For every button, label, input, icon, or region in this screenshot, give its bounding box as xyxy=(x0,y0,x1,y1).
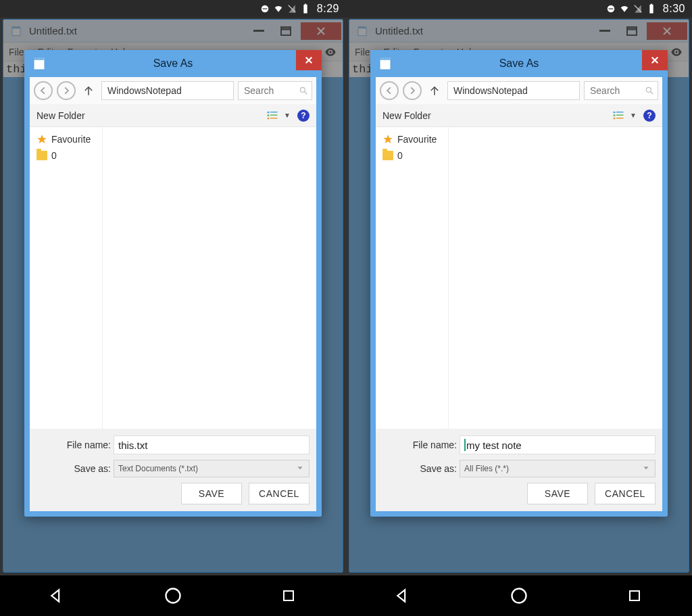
sidebar-item[interactable]: Favourite xyxy=(32,131,99,147)
filename-value: this.txt xyxy=(118,440,147,451)
svg-rect-72 xyxy=(614,114,616,116)
svg-rect-59 xyxy=(380,59,391,70)
saveas-select[interactable]: All Files (*.*) xyxy=(460,460,656,477)
svg-rect-32 xyxy=(268,118,270,119)
battery-icon xyxy=(647,4,656,14)
nav-back-icon[interactable] xyxy=(45,584,70,608)
nav-back-button[interactable] xyxy=(34,81,53,100)
view-dropdown-icon[interactable]: ▼ xyxy=(630,112,637,119)
saveas-value: Text Documents (*.txt) xyxy=(118,464,198,473)
new-folder-button[interactable]: New Folder xyxy=(36,110,85,121)
minimize-button[interactable] xyxy=(593,23,617,39)
svg-rect-5 xyxy=(12,27,20,35)
svg-point-58 xyxy=(675,51,677,53)
svg-point-80 xyxy=(512,589,526,603)
menu-item[interactable]: File xyxy=(9,47,24,57)
save-button[interactable]: SAVE xyxy=(181,483,242,504)
saveas-label: Save as: xyxy=(74,463,111,474)
dialog-close-button[interactable] xyxy=(296,50,322,70)
maximize-button[interactable] xyxy=(620,23,644,39)
nav-forward-button[interactable] xyxy=(57,81,76,100)
window-close-button[interactable] xyxy=(301,22,341,40)
svg-point-69 xyxy=(646,87,651,92)
wifi-icon xyxy=(274,4,283,14)
path-input[interactable] xyxy=(447,81,580,100)
svg-line-29 xyxy=(305,92,307,95)
menu-item[interactable]: File xyxy=(355,47,370,57)
svg-rect-19 xyxy=(34,57,45,60)
maximize-button[interactable] xyxy=(274,23,298,39)
svg-marker-36 xyxy=(37,135,46,143)
svg-line-70 xyxy=(651,92,653,95)
window-close-button[interactable] xyxy=(647,22,687,40)
svg-marker-77 xyxy=(383,135,392,143)
dialog-titlebar: Save As xyxy=(24,50,322,77)
path-input[interactable] xyxy=(101,81,234,100)
file-list-area[interactable] xyxy=(103,127,316,429)
nav-up-button[interactable] xyxy=(426,82,443,99)
nav-back-icon[interactable] xyxy=(391,584,416,608)
window-title: Untitled.txt xyxy=(29,25,77,37)
nav-forward-button[interactable] xyxy=(403,81,422,100)
status-bar: 8:29 xyxy=(0,0,346,18)
svg-rect-71 xyxy=(614,112,616,113)
preview-eye-icon[interactable] xyxy=(324,45,337,59)
sidebar-item-label: 0 xyxy=(51,150,57,161)
folder-icon xyxy=(36,151,47,160)
sidebar-item-label: Favourite xyxy=(51,134,91,145)
dialog-sidebar: Favourite0 xyxy=(30,127,103,429)
help-icon[interactable]: ? xyxy=(297,110,310,122)
sidebar-item[interactable]: 0 xyxy=(378,147,445,164)
nav-recent-icon[interactable] xyxy=(622,584,647,608)
filename-input[interactable]: this.txt xyxy=(114,435,310,454)
save-as-dialog: Save As New Folder ▼ ? xyxy=(24,50,322,517)
dialog-content: Favourite0 xyxy=(30,127,316,429)
view-options-icon[interactable] xyxy=(266,110,278,122)
window-titlebar: Untitled.txt xyxy=(349,20,689,43)
svg-rect-45 xyxy=(651,4,653,5)
dialog-toolbar: New Folder ▼ ? xyxy=(30,104,316,127)
sidebar-item[interactable]: 0 xyxy=(32,147,99,164)
no-sim-icon xyxy=(633,4,643,14)
star-icon xyxy=(36,134,47,145)
help-icon[interactable]: ? xyxy=(643,110,656,122)
dialog-titlebar: Save As xyxy=(370,50,668,77)
nav-back-button[interactable] xyxy=(380,81,399,100)
preview-eye-icon[interactable] xyxy=(670,45,683,59)
filename-input[interactable]: my test note xyxy=(460,435,656,454)
sidebar-item[interactable]: Favourite xyxy=(378,131,445,147)
search-icon xyxy=(645,86,654,95)
new-folder-button[interactable]: New Folder xyxy=(382,110,431,121)
svg-rect-44 xyxy=(649,5,653,14)
notepad-icon xyxy=(31,55,47,72)
saveas-label: Save as: xyxy=(420,463,457,474)
svg-rect-31 xyxy=(268,114,270,116)
text-cursor xyxy=(464,439,466,451)
svg-marker-38 xyxy=(52,590,59,601)
minimize-button[interactable] xyxy=(247,23,271,39)
no-sim-icon xyxy=(287,4,297,14)
svg-point-17 xyxy=(329,51,331,53)
svg-marker-79 xyxy=(398,590,405,601)
nav-up-button[interactable] xyxy=(80,82,97,99)
svg-rect-12 xyxy=(253,30,264,32)
saveas-value: All Files (*.*) xyxy=(464,464,509,473)
dialog-title: Save As xyxy=(499,57,539,70)
nav-home-icon[interactable] xyxy=(161,584,185,608)
nav-home-icon[interactable] xyxy=(507,584,531,608)
saveas-select[interactable]: Text Documents (*.txt) xyxy=(114,460,310,477)
file-list-area[interactable] xyxy=(449,127,662,429)
nav-recent-icon[interactable] xyxy=(276,584,301,608)
dialog-close-button[interactable] xyxy=(642,50,668,70)
cancel-button[interactable]: CANCEL xyxy=(249,483,310,504)
cancel-button[interactable]: CANCEL xyxy=(595,483,656,504)
view-dropdown-icon[interactable]: ▼ xyxy=(284,112,291,119)
android-nav-bar xyxy=(346,575,692,616)
svg-point-28 xyxy=(300,87,305,92)
sidebar-item-label: Favourite xyxy=(397,134,437,145)
svg-rect-3 xyxy=(303,5,307,14)
dialog-content: Favourite0 xyxy=(376,127,662,429)
view-options-icon[interactable] xyxy=(612,110,624,122)
save-button[interactable]: SAVE xyxy=(527,483,588,504)
wifi-icon xyxy=(620,4,629,14)
